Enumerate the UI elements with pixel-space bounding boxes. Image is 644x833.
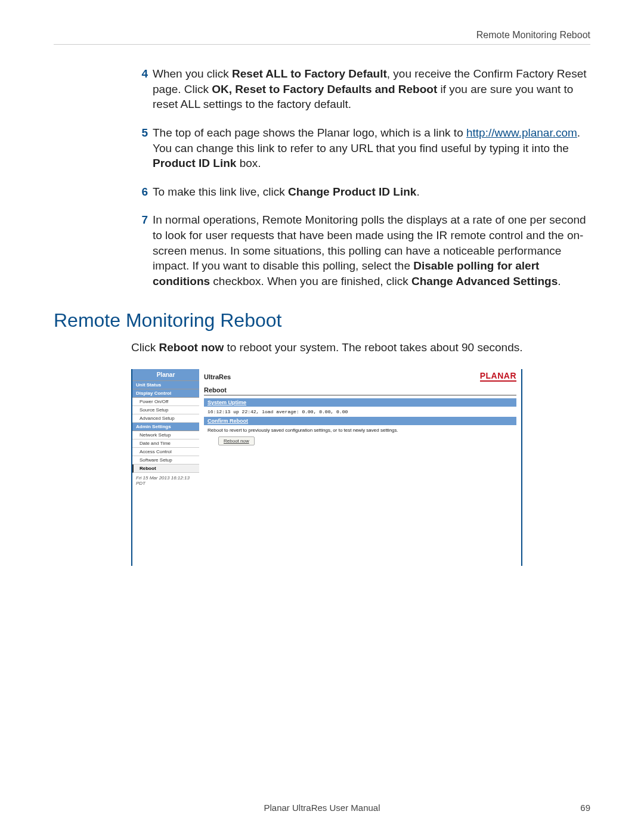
system-uptime-value: 16:12:13 up 22:42, load average: 0.00, 0…	[204, 407, 516, 417]
section-heading: Remote Monitoring Reboot	[54, 309, 590, 332]
product-name: UltraRes	[204, 373, 231, 380]
sidebar-item-advanced-setup[interactable]: Advanced Setup	[132, 414, 199, 423]
sidebar-item-power[interactable]: Power On/Off	[132, 398, 199, 406]
step-number: 5	[131, 125, 148, 141]
numbered-steps: 4 When you click Reset ALL to Factory De…	[54, 66, 590, 289]
confirm-reboot-text: Reboot to revert to previously saved con…	[204, 425, 516, 435]
step-text: The top of each page shows the Planar lo…	[153, 126, 466, 139]
reboot-screenshot: Planar Unit Status Display Control Power…	[131, 369, 522, 566]
footer-title: Planar UltraRes User Manual	[54, 803, 590, 813]
intro-text: to reboot your system. The reboot takes …	[224, 341, 522, 354]
planar-link[interactable]: http://www.planar.com	[466, 126, 577, 139]
step-text: checkbox. When you are finished, click	[210, 275, 411, 287]
sidebar-item-date-time[interactable]: Date and Time	[132, 439, 199, 448]
step-number: 6	[131, 184, 148, 200]
reboot-now-button[interactable]: Reboot now	[218, 436, 255, 445]
step-number: 7	[131, 212, 148, 228]
step-bold: OK, Reset to Factory Defaults and Reboot	[212, 83, 437, 95]
step-bold: Change Advanced Settings	[411, 275, 558, 287]
step-text: .	[416, 185, 419, 198]
confirm-reboot-header: Confirm Reboot	[204, 417, 516, 425]
step-4: 4 When you click Reset ALL to Factory De…	[131, 66, 590, 112]
step-bold: Product ID Link	[153, 157, 236, 169]
sidebar-section-admin-settings[interactable]: Admin Settings	[132, 423, 199, 431]
sidebar: Planar Unit Status Display Control Power…	[132, 369, 199, 566]
sidebar-item-network-setup[interactable]: Network Setup	[132, 431, 199, 439]
sidebar-item-reboot[interactable]: Reboot	[132, 465, 199, 473]
sidebar-section-display-control[interactable]: Display Control	[132, 389, 199, 398]
panel-title: Reboot	[204, 386, 516, 394]
step-number: 4	[131, 66, 148, 82]
planar-logo[interactable]: PLANAR	[480, 371, 516, 382]
step-bold: Reset ALL to Factory Default	[232, 67, 387, 80]
intro-text: Click	[131, 341, 159, 354]
intro-bold: Reboot now	[159, 341, 224, 354]
page-header-right: Remote Monitoring Reboot	[54, 30, 590, 45]
sidebar-item-software-setup[interactable]: Software Setup	[132, 456, 199, 465]
step-bold: Change Product ID Link	[288, 185, 416, 198]
step-text: When you click	[153, 67, 232, 80]
page-footer: Planar UltraRes User Manual 69	[54, 803, 590, 813]
sidebar-section-unit-status[interactable]: Unit Status	[132, 381, 199, 389]
document-page: Remote Monitoring Reboot 4 When you clic…	[0, 0, 644, 833]
step-text: box.	[236, 157, 261, 169]
main-panel: UltraRes PLANAR Reboot System Uptime 16:…	[199, 369, 521, 566]
sidebar-timestamp: Fri 15 Mar 2013 16:12:13 PDT	[132, 473, 199, 488]
sidebar-item-access-control[interactable]: Access Control	[132, 448, 199, 456]
system-uptime-header: System Uptime	[204, 398, 516, 407]
divider	[204, 395, 516, 396]
step-text: .	[558, 275, 561, 287]
step-6: 6 To make this link live, click Change P…	[131, 184, 590, 200]
step-5: 5 The top of each page shows the Planar …	[131, 125, 590, 171]
section-intro: Click Reboot now to reboot your system. …	[131, 340, 590, 355]
step-7: 7 In normal operations, Remote Monitorin…	[131, 212, 590, 289]
step-text: To make this link live, click	[153, 185, 288, 198]
sidebar-item-source-setup[interactable]: Source Setup	[132, 406, 199, 414]
footer-page-number: 69	[580, 803, 590, 813]
sidebar-brand[interactable]: Planar	[132, 369, 199, 381]
